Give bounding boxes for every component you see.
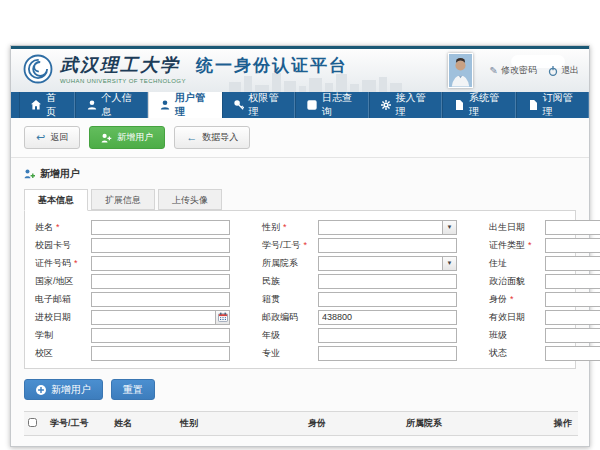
column-gender: 性别 xyxy=(176,412,304,436)
ethnicity-input[interactable] xyxy=(318,274,457,289)
change-password-link[interactable]: ✎ 修改密码 xyxy=(490,64,537,77)
field-political-status: 政治面貌 xyxy=(489,274,600,288)
address-input[interactable] xyxy=(545,256,600,271)
logout-label: 退出 xyxy=(561,64,579,77)
nav-item-label: 接入管理 xyxy=(396,91,431,119)
gender-select[interactable] xyxy=(318,220,443,235)
native-place-input[interactable] xyxy=(318,292,457,307)
nav-item-subscriptions[interactable]: 订阅管理 xyxy=(516,92,590,118)
add-user-toolbar-button[interactable]: 新增用户 xyxy=(89,126,165,149)
date-picker-button[interactable] xyxy=(216,310,230,325)
required-mark: * xyxy=(56,222,60,232)
field-label: 专业 xyxy=(262,347,280,360)
nav-item-access[interactable]: 接入管理 xyxy=(369,92,443,118)
department-select[interactable] xyxy=(318,256,443,271)
nav-item-permissions[interactable]: 权限管理 xyxy=(222,92,296,118)
field-id-type: 证件类型* xyxy=(489,238,600,252)
student-id-input[interactable] xyxy=(318,238,457,253)
user-icon xyxy=(160,100,170,110)
field-label: 籍贯 xyxy=(262,293,280,306)
birth-date-input[interactable] xyxy=(545,220,600,235)
field-gender: 性别* ▼ xyxy=(262,220,457,234)
user-icon xyxy=(87,100,97,110)
logout-link[interactable]: 退出 xyxy=(548,64,579,77)
skyline-bar xyxy=(350,84,359,92)
column-name: 姓名 xyxy=(110,412,176,436)
required-mark: * xyxy=(283,222,287,232)
content-area: 新增用户 基本信息 扩展信息 上传头像 姓名* 性别* ▼ xyxy=(11,158,589,446)
data-import-label: 数据导入 xyxy=(202,131,238,144)
tab-upload-avatar[interactable]: 上传头像 xyxy=(158,189,222,210)
field-label: 进校日期 xyxy=(35,311,71,324)
chevron-down-icon: ▼ xyxy=(447,260,453,266)
back-arrow-icon: ↩ xyxy=(36,132,45,143)
major-input[interactable] xyxy=(318,346,457,361)
class-input[interactable] xyxy=(545,328,600,343)
country-region-input[interactable] xyxy=(91,274,230,289)
nav-item-label: 日志查询 xyxy=(322,91,357,119)
entry-date-input[interactable] xyxy=(91,310,216,325)
university-name-en: WUHAN UNIVERSITY OF TECHNOLOGY xyxy=(60,78,348,84)
tab-basic-info[interactable]: 基本信息 xyxy=(24,189,88,211)
name-input[interactable] xyxy=(91,220,230,235)
calendar-icon xyxy=(218,312,228,322)
nav-item-label: 权限管理 xyxy=(249,91,284,119)
campus-card-input[interactable] xyxy=(91,238,230,253)
email-input[interactable] xyxy=(91,292,230,307)
reset-button[interactable]: 重置 xyxy=(111,379,155,400)
platform-title: 统一身份认证平台 xyxy=(196,54,348,77)
nav-item-logs[interactable]: 日志查询 xyxy=(295,92,369,118)
schooling-length-input[interactable] xyxy=(91,328,230,343)
back-button[interactable]: ↩ 返回 xyxy=(24,126,80,149)
status-input[interactable] xyxy=(545,346,600,361)
field-birth-date: 出生日期 xyxy=(489,220,600,234)
submit-add-user-button[interactable]: 新增用户 xyxy=(24,379,103,400)
grade-input[interactable] xyxy=(318,328,457,343)
select-all-checkbox[interactable] xyxy=(28,418,37,427)
toolbar: ↩ 返回 新增用户 ← 数据导入 xyxy=(11,118,589,158)
data-import-button[interactable]: ← 数据导入 xyxy=(174,126,250,149)
required-mark: * xyxy=(304,240,308,250)
dropdown-button[interactable]: ▼ xyxy=(443,256,457,271)
field-country-region: 国家/地区 xyxy=(35,274,230,288)
field-department: 所属院系 ▼ xyxy=(262,256,457,270)
field-label: 班级 xyxy=(489,329,507,342)
nav-item-profile[interactable]: 个人信息 xyxy=(75,92,149,118)
field-label: 年级 xyxy=(262,329,280,342)
field-label: 校区 xyxy=(35,347,53,360)
field-label: 状态 xyxy=(489,347,507,360)
university-logo xyxy=(23,54,53,84)
campus-input[interactable] xyxy=(91,346,230,361)
nav-item-home[interactable]: 首页 xyxy=(19,92,75,118)
back-label: 返回 xyxy=(50,131,68,144)
field-address: 住址 xyxy=(489,256,600,270)
nav-item-label: 系统管理 xyxy=(469,91,504,119)
field-label: 校园卡号 xyxy=(35,239,71,252)
nav-item-user-management[interactable]: 用户管理 xyxy=(148,92,222,118)
field-label: 身份 xyxy=(489,293,507,306)
field-name: 姓名* xyxy=(35,220,230,234)
nav-item-label: 用户管理 xyxy=(175,91,210,119)
field-label: 学制 xyxy=(35,329,53,342)
dropdown-button[interactable]: ▼ xyxy=(443,220,457,235)
identity-input[interactable] xyxy=(545,292,600,307)
field-valid-date: 有效日期 xyxy=(489,310,600,324)
power-icon xyxy=(548,66,558,76)
reset-label: 重置 xyxy=(123,383,143,397)
valid-date-input[interactable] xyxy=(545,310,600,325)
field-label: 有效日期 xyxy=(489,311,525,324)
id-number-input[interactable] xyxy=(91,256,230,271)
field-identity: 身份* xyxy=(489,292,600,306)
nav-item-system[interactable]: 系统管理 xyxy=(442,92,516,118)
political-status-input[interactable] xyxy=(545,274,600,289)
postal-code-input[interactable] xyxy=(318,310,457,325)
basic-info-panel: 姓名* 性别* ▼ 出生日期 校园卡号 学号/工号* xyxy=(24,210,576,369)
required-mark: * xyxy=(74,258,78,268)
pencil-icon: ✎ xyxy=(490,65,498,76)
skyline-bar xyxy=(390,83,402,92)
form-actions: 新增用户 重置 xyxy=(11,369,589,409)
tab-extended-info[interactable]: 扩展信息 xyxy=(91,189,155,210)
id-type-input[interactable] xyxy=(545,238,600,253)
form-tabs: 基本信息 扩展信息 上传头像 xyxy=(11,189,589,210)
field-campus: 校区 xyxy=(35,346,230,360)
